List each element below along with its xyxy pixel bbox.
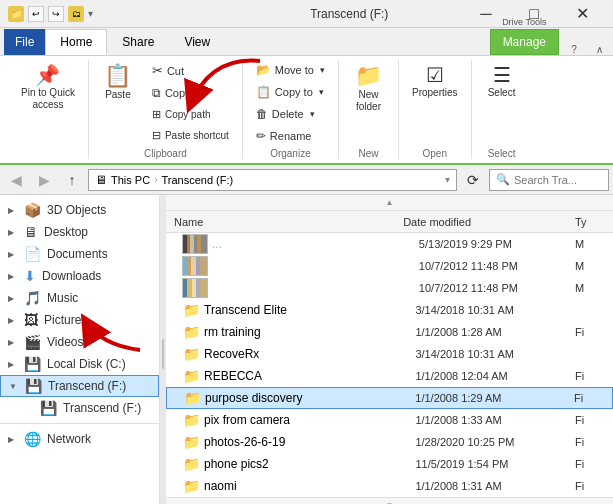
table-row[interactable]: 10/7/2012 11:48 PM M xyxy=(166,277,613,299)
main-area: ▶ 📦 3D Objects ▶ 🖥 Desktop ▶ 📄 Documents… xyxy=(0,195,613,504)
col-header-type[interactable]: Ty xyxy=(575,216,605,228)
sidebar-item-transcend[interactable]: ▼ 💾 Transcend (F:) xyxy=(0,375,159,397)
refresh-button[interactable]: ⟳ xyxy=(461,168,485,192)
file-name: photos-26-6-19 xyxy=(204,435,411,449)
arrow-icon: ▶ xyxy=(8,316,18,325)
tab-home[interactable]: Home xyxy=(45,29,107,55)
rename-icon: ✏ xyxy=(256,129,266,143)
ribbon-help-icon[interactable]: ? xyxy=(559,44,589,55)
file-date: 1/1/2008 1:28 AM xyxy=(415,326,571,338)
sidebar-item-local-disk[interactable]: ▶ 💾 Local Disk (C:) xyxy=(0,353,159,375)
undo-icon[interactable]: ↩ xyxy=(28,6,44,22)
file-date: 11/5/2019 1:54 PM xyxy=(415,458,571,470)
arrow-icon: ▶ xyxy=(8,272,18,281)
file-date: 1/1/2008 1:33 AM xyxy=(415,414,571,426)
pin-to-quick-access-button[interactable]: 📌 Pin to Quickaccess xyxy=(14,60,82,116)
properties-label: Properties xyxy=(412,87,458,98)
table-row[interactable]: 📁 RecoveRx 3/14/2018 10:31 AM xyxy=(166,343,613,365)
ribbon: 📌 Pin to Quickaccess 📋 Paste ✂ ✂ Cut xyxy=(0,56,613,165)
sidebar-divider xyxy=(0,423,159,424)
sidebar-item-videos[interactable]: ▶ 🎬 Videos xyxy=(0,331,159,353)
properties-button[interactable]: ☑ Properties xyxy=(405,60,465,103)
paste-button[interactable]: 📋 Paste xyxy=(95,60,141,105)
tab-manage[interactable]: Manage xyxy=(490,29,559,55)
back-button[interactable]: ◀ xyxy=(4,168,28,192)
new-group-label: New xyxy=(358,148,378,159)
paste-label: Paste xyxy=(105,89,131,100)
table-row[interactable]: 📁 phone pics2 11/5/2019 1:54 PM Fi xyxy=(166,453,613,475)
table-row[interactable]: 📁 naomi 1/1/2008 1:31 AM Fi xyxy=(166,475,613,497)
new-folder-button[interactable]: 📁 Newfolder xyxy=(345,60,391,118)
paste-shortcut-button[interactable]: ⊟ Paste shortcut xyxy=(145,126,236,145)
file-name: ... xyxy=(212,237,415,251)
table-row[interactable]: 10/7/2012 11:48 PM M xyxy=(166,255,613,277)
paste-shortcut-icon: ⊟ xyxy=(152,129,161,142)
move-to-button[interactable]: 📂 Move to ▾ xyxy=(249,60,332,80)
redo-icon[interactable]: ↪ xyxy=(48,6,64,22)
transcend-icon: 💾 xyxy=(25,378,42,394)
sidebar-item-network[interactable]: ▶ 🌐 Network xyxy=(0,428,159,450)
col-header-date[interactable]: Date modified xyxy=(403,216,575,228)
quick-access-icon[interactable]: 🗂 xyxy=(68,6,84,22)
table-row[interactable]: 📁 REBECCA 1/1/2008 12:04 AM Fi xyxy=(166,365,613,387)
scroll-down-indicator[interactable]: ▼ xyxy=(166,497,613,504)
pin-icon: 📌 xyxy=(35,65,60,85)
tab-view[interactable]: View xyxy=(169,29,225,55)
col-header-name[interactable]: Name xyxy=(174,216,403,228)
dropdown-arrow-icon[interactable]: ▾ xyxy=(88,8,93,19)
table-row[interactable]: 📁 pix from camera 1/1/2008 1:33 AM Fi xyxy=(166,409,613,431)
pin-label: Pin to Quickaccess xyxy=(21,87,75,111)
delete-button[interactable]: 🗑 Delete ▾ xyxy=(249,104,332,124)
up-button[interactable]: ↑ xyxy=(60,168,84,192)
scroll-up-indicator[interactable]: ▲ xyxy=(166,195,613,211)
copy-button[interactable]: ⧉ Copy xyxy=(145,83,236,103)
sidebar-item-3d-objects[interactable]: ▶ 📦 3D Objects xyxy=(0,199,159,221)
sidebar-item-music[interactable]: ▶ 🎵 Music xyxy=(0,287,159,309)
ribbon-collapse-icon[interactable]: ∧ xyxy=(589,44,609,55)
ribbon-group-pin: 📌 Pin to Quickaccess xyxy=(8,60,89,159)
desktop-icon: 🖥 xyxy=(24,224,38,240)
paste-shortcut-label: Paste shortcut xyxy=(165,130,229,141)
table-row[interactable]: 📁 rm training 1/1/2008 1:28 AM Fi xyxy=(166,321,613,343)
copy-path-button[interactable]: ⊞ Copy path xyxy=(145,105,236,124)
search-input[interactable] xyxy=(514,174,613,186)
network-icon: 🌐 xyxy=(24,431,41,447)
clipboard-group-label: Clipboard xyxy=(144,148,187,159)
table-row[interactable]: 📁 purpose discovery 1/1/2008 1:29 AM Fi xyxy=(166,387,613,409)
cut-button[interactable]: ✂ ✂ Cut xyxy=(145,60,236,81)
tab-file[interactable]: File xyxy=(4,29,45,55)
transcend-sub-icon: 💾 xyxy=(40,400,57,416)
title-bar-folder-icon: 📁 xyxy=(8,6,24,22)
file-name: purpose discovery xyxy=(205,391,411,405)
table-row[interactable]: 📁 photos-26-6-19 1/28/2020 10:25 PM Fi xyxy=(166,431,613,453)
rename-button[interactable]: ✏ Rename xyxy=(249,126,332,146)
file-date: 3/14/2018 10:31 AM xyxy=(415,304,571,316)
table-row[interactable]: ... 5/13/2019 9:29 PM M xyxy=(166,233,613,255)
file-type: M xyxy=(575,260,605,272)
sidebar-item-documents[interactable]: ▶ 📄 Documents xyxy=(0,243,159,265)
tab-share[interactable]: Share xyxy=(107,29,169,55)
sidebar-item-downloads[interactable]: ▶ ⬇ Downloads xyxy=(0,265,159,287)
sidebar-label-documents: Documents xyxy=(47,247,108,261)
file-date: 1/1/2008 1:31 AM xyxy=(415,480,571,492)
sidebar-item-desktop[interactable]: ▶ 🖥 Desktop xyxy=(0,221,159,243)
file-thumbnail xyxy=(182,278,208,298)
forward-button[interactable]: ▶ xyxy=(32,168,56,192)
select-icon: ☰ xyxy=(493,65,511,85)
sidebar-item-pictures[interactable]: ▶ 🖼 Pictures xyxy=(0,309,159,331)
drive-tools-label: Drive Tools xyxy=(494,15,554,29)
copy-to-button[interactable]: 📋 Copy to ▾ xyxy=(249,82,332,102)
folder-icon: 📁 xyxy=(182,479,200,493)
address-dropdown-icon[interactable]: ▾ xyxy=(445,174,450,185)
ribbon-group-select: ☰ Select Select xyxy=(472,60,532,159)
sidebar-item-transcend-sub[interactable]: 💾 Transcend (F:) xyxy=(0,397,159,419)
documents-icon: 📄 xyxy=(24,246,41,262)
select-button[interactable]: ☰ Select xyxy=(479,60,525,103)
address-path[interactable]: 🖥 This PC › Transcend (F:) ▾ xyxy=(88,169,457,191)
table-row[interactable]: 📁 Transcend Elite 3/14/2018 10:31 AM xyxy=(166,299,613,321)
cut-icon: ✂ xyxy=(152,63,163,78)
copy-icon: ⧉ xyxy=(152,86,161,100)
folder-icon: 📁 xyxy=(182,303,200,317)
close-button[interactable]: ✕ xyxy=(559,0,605,28)
file-type: Fi xyxy=(575,480,605,492)
